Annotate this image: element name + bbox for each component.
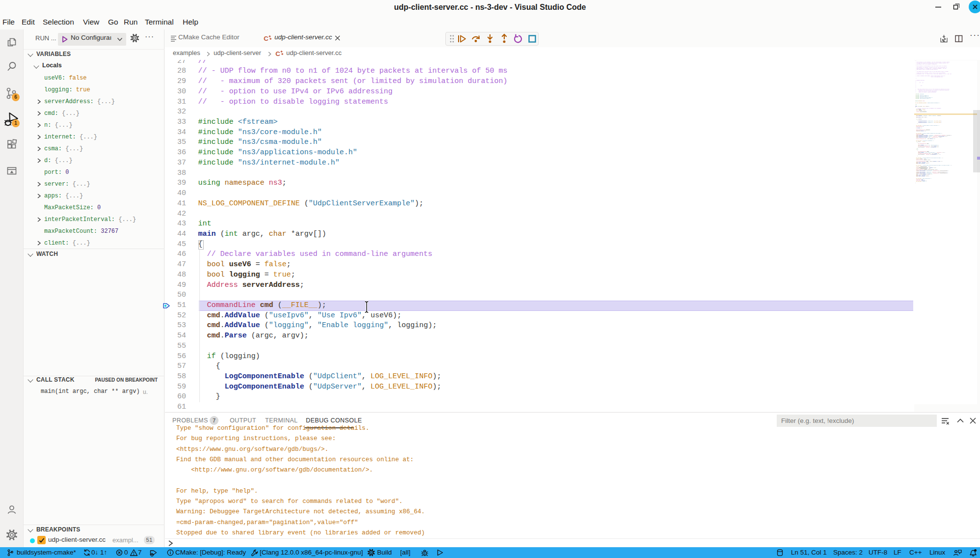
- svg-text:C: C: [264, 35, 269, 42]
- svg-text:C: C: [275, 50, 280, 57]
